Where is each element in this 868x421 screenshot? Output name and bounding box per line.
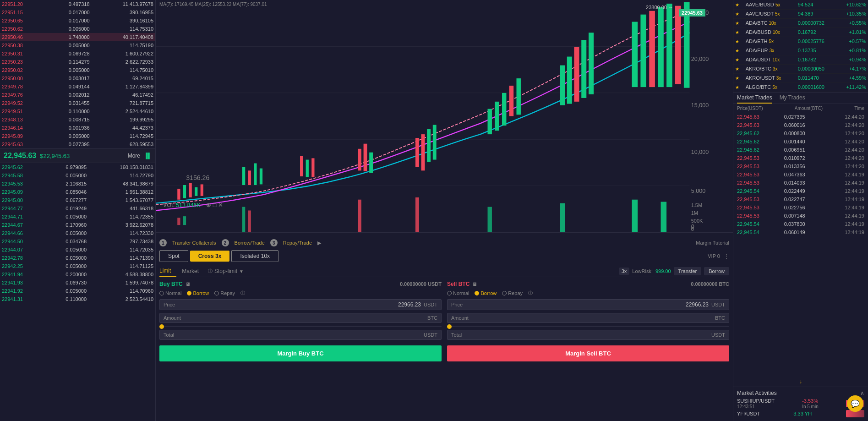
buy-radio-borrow[interactable]: Borrow: [187, 290, 209, 296]
market-list-item[interactable]: ★ AAVE/USDT 5x 94.389 +10.35%: [733, 9, 868, 18]
step3-link[interactable]: Repay/Trade: [283, 240, 312, 246]
order-type-stoplimit[interactable]: ⓘ Stop-limit ▼: [204, 266, 247, 276]
svg-rect-21: [427, 129, 431, 162]
trade-time: 12:44:19: [825, 228, 868, 236]
bid-price: 22941.94: [0, 270, 44, 279]
svg-rect-10: [248, 170, 251, 185]
sell-price-input[interactable]: Price 22966.23 USDT: [447, 299, 729, 310]
tab-cross[interactable]: Cross 3x: [190, 251, 230, 262]
bid-row: 22942.78 0.005000 114.71390: [0, 254, 155, 262]
star-icon: ★: [735, 11, 739, 16]
market-activity-item: YFI/USDT 3.33 YFI: [737, 410, 864, 417]
market-price: 0.13735: [796, 46, 836, 55]
trade-time: 12:44:19: [825, 170, 868, 179]
svg-rect-28: [560, 66, 565, 105]
step2-link[interactable]: Borrow/Trade: [235, 240, 265, 246]
sell-total-input[interactable]: Total USDT: [447, 330, 729, 340]
svg-rect-50: [248, 210, 251, 232]
trade-amount: 0.000800: [781, 129, 825, 137]
chart-ma-label: MA(7): 17169.45 MA(25): 12553.22 MA(77):…: [159, 2, 267, 7]
margin-sell-button[interactable]: Margin Sell BTC: [447, 345, 729, 361]
market-list-item[interactable]: ★ ADA/USDT 10x 0.16782 +0.94%: [733, 55, 868, 64]
market-list-item[interactable]: ★ ALGO/BTC 5x 0.00001600 +11.42%: [733, 82, 868, 92]
buy-balance-icon: 🖥: [186, 282, 190, 287]
sell-amount-input[interactable]: Amount BTC: [447, 313, 729, 323]
buy-amount-input[interactable]: Amount BTC: [159, 313, 442, 323]
svg-rect-7: [195, 187, 197, 196]
tab-market-trades[interactable]: Market Trades: [737, 94, 772, 104]
market-list-item[interactable]: ★ AAVE/BUSD 5x 94.524 +10.62%: [733, 0, 868, 9]
tab-isolated[interactable]: Isolated 10x: [231, 250, 278, 262]
bid-price: 22942.25: [0, 262, 44, 270]
buy-normal-radio-dot: [159, 291, 164, 295]
ask-total: 114.75010: [92, 66, 155, 74]
buy-slider[interactable]: [159, 326, 442, 327]
market-name: ADA/ETH: [746, 38, 768, 44]
step1-num: 1: [159, 239, 167, 246]
bid-price: 22944.77: [0, 204, 44, 213]
scroll-down-button[interactable]: ↓: [733, 377, 868, 387]
market-activities-items: SUSHIUP/USDT 12:43:51 -3.53% In 5 min YF…: [737, 398, 864, 417]
ask-total: 114.72945: [92, 132, 155, 140]
ma-change: 3.33 YFI: [793, 411, 812, 416]
sell-radio-normal[interactable]: Normal: [447, 290, 469, 296]
market-list-item[interactable]: ★ AKRO/USDT 3x 0.011470 +4.59%: [733, 73, 868, 82]
tab-spot[interactable]: Spot: [159, 250, 188, 262]
order-type-market[interactable]: Market: [176, 266, 204, 276]
sell-slider[interactable]: [447, 326, 729, 327]
trade-time: 12:44:19: [825, 212, 868, 220]
collapse-icon[interactable]: ∧: [860, 390, 864, 396]
more-dots-icon[interactable]: ⋮: [724, 253, 729, 259]
buy-total-input[interactable]: Total USDT: [159, 330, 442, 340]
bid-price: 22945.62: [0, 163, 44, 171]
ask-price: 22950.02: [0, 66, 46, 74]
market-price: 0.00000732: [796, 18, 836, 27]
more-button[interactable]: More: [128, 153, 140, 159]
buy-column: Buy BTC 🖥 0.00000000 USDT Normal Borrow: [159, 281, 442, 361]
margin-tutorial-link[interactable]: Margin Tutorial: [696, 240, 729, 246]
svg-rect-25: [502, 93, 506, 126]
price-23800-label: 23800.00 →: [646, 5, 673, 10]
market-list-item[interactable]: ★ ADA/ETH 5x 0.00025776 +0.57%: [733, 37, 868, 46]
ma-pair-name: SUSHIUP/USDT: [737, 398, 775, 404]
sell-radio-repay[interactable]: Repay: [502, 290, 523, 296]
order-type-limit[interactable]: Limit: [159, 266, 176, 277]
ask-total: 44.42373: [92, 124, 155, 132]
bid-price: 22944.71: [0, 213, 44, 221]
market-list-item[interactable]: ★ ADA/BUSD 10x 0.16792 +1.01%: [733, 27, 868, 37]
step1-link[interactable]: Transfer Collaterals: [172, 240, 216, 246]
buy-radio-normal[interactable]: Normal: [159, 290, 181, 296]
buy-radio-repay[interactable]: Repay: [214, 290, 235, 296]
svg-rect-15: [311, 158, 314, 177]
ask-row: 22950.62 0.005000 114.75310: [0, 25, 155, 33]
market-change: +11.42%: [836, 82, 868, 92]
bid-price: 22942.78: [0, 254, 44, 262]
sell-radio-borrow[interactable]: Borrow: [475, 290, 497, 296]
transfer-button[interactable]: Transfer: [674, 267, 702, 275]
ask-amount: 0.008715: [46, 115, 92, 124]
sell-slider-thumb: [447, 324, 452, 329]
ask-row: 22950.23 0.114279 2,622.72933: [0, 58, 155, 66]
buy-price-value: 22966.23: [398, 301, 421, 308]
market-list-item[interactable]: ★ AKRO/BTC 3x 0.00000050 +4.17%: [733, 64, 868, 73]
market-price: 0.00001600: [796, 82, 836, 92]
ask-amount: 0.069728: [46, 49, 92, 58]
svg-rect-33: [632, 22, 638, 87]
bids-table: 22945.62 6.979895 160,158.01831 22945.58…: [0, 163, 155, 303]
ask-total: 628.59553: [92, 140, 155, 148]
trade-row: 22,945.53 0.010972 12:44:20: [733, 154, 868, 162]
ask-amount: 0.049144: [46, 82, 92, 91]
buy-price-input[interactable]: Price 22966.23 USDT: [159, 299, 442, 310]
market-list-item[interactable]: ★ ADA/EUR 3x 0.13735 +0.81%: [733, 46, 868, 55]
market-list-item[interactable]: ★ ADA/BTC 10x 0.00000732 +0.55%: [733, 18, 868, 27]
margin-buy-button[interactable]: Margin Buy BTC: [159, 345, 442, 361]
ask-total: 11,413.97678: [92, 0, 155, 8]
borrow-button[interactable]: Borrow: [704, 267, 729, 275]
chat-button[interactable]: 💬: [847, 395, 863, 412]
tab-my-trades[interactable]: My Trades: [780, 94, 805, 104]
svg-rect-56: [661, 202, 667, 232]
ask-price: 22950.38: [0, 41, 46, 49]
market-name: AAVE/BUSD: [746, 2, 774, 7]
ask-price: 22945.89: [0, 132, 46, 140]
bid-row: 22941.92 0.005000 114.70960: [0, 287, 155, 295]
